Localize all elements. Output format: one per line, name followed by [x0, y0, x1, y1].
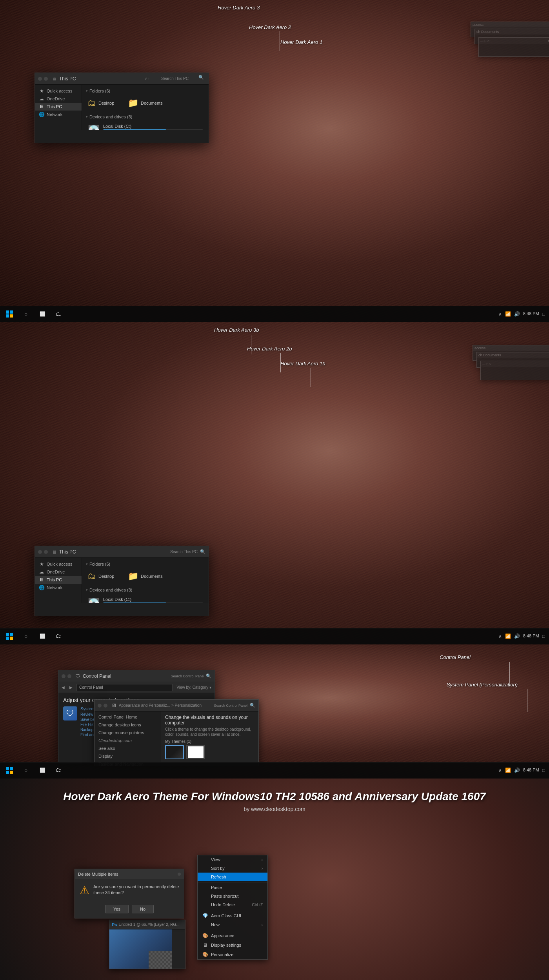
folders-header-1[interactable]: Folders (6) [86, 89, 205, 93]
file-explorer-taskbar-3[interactable]: 🗂 [51, 762, 67, 778]
folders-header-2[interactable]: Folders (6) [86, 562, 205, 566]
ctx-view-label: View [211, 857, 220, 862]
ctx-undo-delete[interactable]: Undo Delete Ctrl+Z [198, 900, 267, 909]
tray-network-icon[interactable]: 📶 [504, 310, 512, 318]
drive-bar-c2 [103, 603, 166, 603]
file-explorer-taskbar-1[interactable]: 🗂 [51, 306, 67, 322]
window-traffic-lights-1[interactable] [38, 77, 48, 81]
notifications-icon-3[interactable]: □ [542, 767, 546, 774]
ctx-paste[interactable]: Paste [198, 883, 267, 892]
perso-min[interactable] [104, 704, 107, 708]
folder-documents-2[interactable]: 📁 Documents [126, 570, 164, 583]
sidebar-quick-access[interactable]: ★ Quick access [35, 87, 82, 95]
start-button-1[interactable] [2, 306, 17, 322]
cp-close[interactable] [62, 674, 65, 678]
drive-bar-c [103, 129, 166, 130]
nav-forward[interactable]: ▶ [69, 685, 73, 690]
cp-label: Control Panel [440, 654, 471, 660]
perso-close[interactable] [98, 704, 102, 708]
perso-nav-mouse[interactable]: Change mouse pointers [95, 729, 161, 737]
drive-local-disk-2[interactable]: 💽 Local Disk (C:) 12.4 GB free of 19.5 G… [86, 595, 205, 603]
theme-thumb-active[interactable] [165, 745, 184, 759]
tray-volume-icon[interactable]: 🔊 [513, 310, 521, 318]
tray-volume-icon-3[interactable]: 🔊 [513, 767, 521, 774]
nav-back[interactable]: ◀ [62, 685, 65, 690]
search-button-3[interactable]: ○ [18, 762, 34, 778]
ctx-display-settings[interactable]: 🖥 Display settings [198, 940, 267, 950]
ctx-refresh[interactable]: Refresh [198, 873, 267, 881]
folder-name-docs-2: Documents [141, 574, 163, 579]
close-btn-1[interactable] [38, 77, 42, 81]
drives-header-2[interactable]: Devices and drives (3) [86, 588, 205, 592]
sidebar-quick-access-2[interactable]: ★ Quick access [35, 560, 82, 568]
cp-min[interactable] [67, 674, 71, 678]
sidebar-label-od-2: OneDrive [47, 570, 65, 574]
ctx-new[interactable]: New › [198, 920, 267, 929]
dialog-yes-button[interactable]: Yes [105, 905, 129, 913]
time-display-1: 8:48 PM [523, 311, 539, 316]
sidebar-network-2[interactable]: 🌐 Network [35, 584, 82, 592]
tray-network-icon-2[interactable]: 📶 [504, 633, 512, 640]
tray-network-icon-3[interactable]: 📶 [504, 767, 512, 774]
dialog-no-button[interactable]: No [132, 905, 154, 913]
search-button-2[interactable]: ○ [18, 628, 34, 644]
notifications-icon-2[interactable]: □ [542, 633, 546, 640]
task-view-button-3[interactable]: ⬜ [35, 762, 50, 778]
perso-nav-cleo[interactable]: Cleodesktop.com [95, 737, 161, 744]
hover-line-2 [280, 31, 280, 51]
sidebar-label-onedrive: OneDrive [47, 96, 65, 101]
tray-chevron-icon-3[interactable]: ∧ [498, 767, 503, 774]
folder-name-desktop: Desktop [98, 101, 114, 105]
dialog-close[interactable] [178, 873, 181, 876]
folder-documents[interactable]: 📁 Documents [126, 96, 164, 110]
file-explorer-taskbar-2[interactable]: 🗂 [51, 628, 67, 644]
close-btn-2[interactable] [38, 550, 42, 554]
cp-address-bar[interactable]: Control Panel [76, 684, 173, 691]
ctx-divider-3 [198, 930, 267, 930]
dialog-traffic[interactable] [178, 873, 181, 876]
perso-nav-display[interactable]: Display [95, 752, 161, 760]
section3: Control Panel System Panel (Personalizat… [0, 644, 549, 778]
sidebar-this-pc[interactable]: 🖥 This PC [35, 103, 82, 111]
perso-traffic[interactable] [98, 704, 107, 708]
sidebar-this-pc-2[interactable]: 🖥 This PC [35, 576, 82, 584]
ctx-sort-by[interactable]: Sort by › [198, 864, 267, 873]
ctx-view[interactable]: View › [198, 855, 267, 864]
perso-breadcrumb: Appearance and Personaliz... > Personali… [119, 703, 211, 708]
tray-chevron-icon-2[interactable]: ∧ [498, 633, 503, 640]
ctx-new-label: New [211, 922, 220, 927]
search-button-1[interactable]: ○ [18, 306, 34, 322]
window-traffic-lights-2[interactable] [38, 550, 48, 554]
drives-header-1[interactable]: Devices and drives (3) [86, 114, 205, 119]
start-button-3[interactable] [2, 762, 17, 778]
cp-traffic[interactable] [62, 674, 71, 678]
drive-local-disk[interactable]: 💽 Local Disk (C:) 12.4 GB free of 19.5 G… [86, 122, 205, 130]
perso-nav-home[interactable]: Control Panel Home [95, 713, 161, 721]
notifications-icon-1[interactable]: □ [542, 310, 546, 318]
tray-chevron-icon[interactable]: ∧ [498, 310, 503, 318]
ctx-personalize[interactable]: 🎨 Personalize [198, 950, 267, 959]
ctx-appearance[interactable]: 🎨 Appearance [198, 931, 267, 940]
ctx-undo-label: Undo Delete [211, 902, 235, 907]
sidebar-onedrive-2[interactable]: ☁ OneDrive [35, 568, 82, 576]
task-view-button-1[interactable]: ⬜ [35, 306, 50, 322]
perso-nav-desktop-icons[interactable]: Change desktop icons [95, 721, 161, 729]
ctx-aero-glass[interactable]: 💎 Aero Glass GUI [198, 911, 267, 920]
task-view-button-2[interactable]: ⬜ [35, 628, 50, 644]
explorer-window-1: 🖥 This PC ∨ ↑ Search This PC 🔍 ★ Quick a… [35, 73, 209, 143]
sidebar-network[interactable]: 🌐 Network [35, 111, 82, 118]
ctx-paste-shortcut[interactable]: Paste shortcut [198, 892, 267, 900]
folder-desktop[interactable]: 🗂 Desktop [86, 96, 124, 110]
task-view-icon-3: ⬜ [40, 768, 45, 773]
promo-title: Hover Dark Aero Theme For Windows10 TH2 … [0, 779, 549, 806]
sidebar-label-qa-2: Quick access [47, 562, 72, 566]
theme-thumb-2[interactable] [186, 745, 205, 759]
min-btn-1[interactable] [44, 77, 48, 81]
sidebar-onedrive[interactable]: ☁ OneDrive [35, 95, 82, 103]
folder-icon-docs-2: 📁 [128, 571, 138, 581]
tray-volume-icon-2[interactable]: 🔊 [513, 633, 521, 640]
ctx-display-label: Display settings [211, 943, 241, 947]
folder-desktop-2[interactable]: 🗂 Desktop [86, 570, 124, 583]
start-button-2[interactable] [2, 628, 17, 644]
min-btn-2[interactable] [44, 550, 48, 554]
